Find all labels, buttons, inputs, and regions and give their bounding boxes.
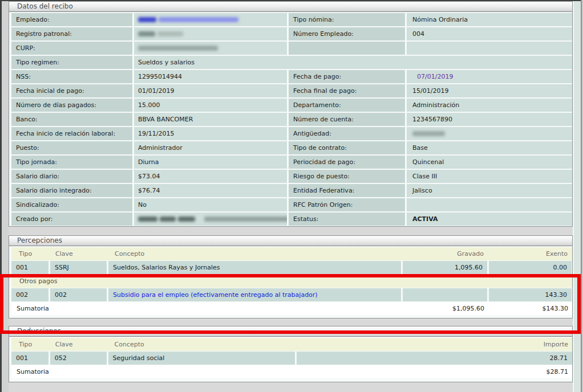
sumatoria-exento: $143.30: [489, 305, 572, 312]
field-label: CURP:: [11, 42, 132, 55]
field-label: Departamento:: [289, 99, 405, 112]
field-value[interactable]: 07/01/2019: [407, 70, 572, 83]
field-value-text: Jalisco: [412, 187, 432, 194]
field-label: Tipo jornada:: [11, 156, 132, 169]
field-row: Fecha inicial de pago:01/01/2019Fecha fi…: [11, 84, 572, 97]
field-value: Base: [407, 141, 572, 154]
column-header-clave: Clave: [50, 250, 108, 258]
field-label: Salario diario:: [11, 170, 132, 183]
field-label: Entidad Federativa:: [289, 184, 405, 197]
field-value-text: Base: [412, 144, 428, 152]
otros-exento-cell: 143.30: [489, 288, 572, 301]
column-header-clave: Clave: [50, 341, 108, 348]
redacted-value-blur: [138, 46, 218, 51]
deducciones-sumatoria-row: Sumatoria $28.71: [11, 365, 572, 378]
redacted-value-blur: [138, 17, 238, 22]
field-value: [134, 27, 287, 40]
field-label: Empleado:: [11, 13, 132, 26]
field-label: RFC Patrón Origen:: [289, 198, 405, 211]
field-row: Salario diario:$73.04Riesgo de puesto:Cl…: [11, 170, 572, 183]
percepciones-section-header: Percepciones: [9, 236, 572, 246]
field-row: Creado por:1Estatus:ACTIVA: [11, 213, 572, 226]
field-value-text: 15/01/2019: [412, 87, 448, 95]
column-header-gravado: Gravado: [403, 250, 489, 258]
datos-section-header: Datos del recibo: [9, 2, 572, 12]
percepciones-table-header: Tipo Clave Concepto Gravado Exento: [11, 247, 572, 260]
fecha-de-pago-link[interactable]: 07/01/2019: [412, 73, 453, 80]
deducciones-section-title: Deducciones: [17, 327, 61, 335]
field-value: 15/01/2019: [407, 84, 572, 97]
otros-clave-cell: 002: [50, 288, 107, 301]
datos-del-recibo-panel: Datos del recibo Empleado:Tipo nómina:Nó…: [9, 1, 573, 227]
deduccion-tipo-cell: 001: [11, 352, 48, 365]
field-label: Estatus:: [289, 213, 405, 226]
field-label: Número de días pagados:: [11, 99, 132, 112]
sumatoria-label: Sumatoria: [11, 305, 125, 312]
field-value: 004: [407, 27, 572, 40]
field-value: $76.74: [134, 184, 287, 197]
field-label: Número de cuenta:: [289, 113, 405, 126]
field-value: Jalisco: [407, 184, 572, 197]
field-row: Tipo regimen:Sueldos y salarios: [11, 56, 572, 69]
field-value: 01/01/2019: [134, 84, 287, 97]
field-row: Empleado:Tipo nómina:Nómina Ordinaria: [11, 13, 572, 26]
field-value: [407, 42, 572, 55]
field-row: NSS:12995014944Fecha de pago:07/01/2019: [11, 70, 572, 83]
deduccion-row: 001 052 Seguridad social 28.71: [11, 352, 572, 365]
field-value: No: [134, 198, 287, 211]
field-value: Administración: [407, 99, 572, 112]
field-label: [289, 42, 405, 55]
field-value: Nómina Ordinaria: [407, 13, 572, 26]
percepcion-row: 001 SSRJ Sueldos, Salarios Rayas y Jorna…: [11, 261, 572, 274]
otros-pagos-subheader: Otros pagos: [11, 275, 572, 288]
field-row: Salario diario integrado:$76.74Entidad F…: [11, 184, 572, 197]
field-label: Número Empleado:: [289, 27, 405, 40]
deduccion-clave-cell: 052: [50, 352, 107, 365]
sumatoria-importe: $28.71: [295, 368, 572, 375]
field-value: 12995014944: [134, 70, 287, 83]
percepcion-concepto-cell: Sueldos, Salarios Rayas y Jornales: [108, 261, 401, 274]
field-label: Salario diario integrado:: [11, 184, 132, 197]
field-row: Fecha inicio de relación laboral:19/11/2…: [11, 127, 572, 140]
percepcion-exento-cell: 0.00: [489, 261, 572, 274]
field-label: Fecha inicio de relación laboral:: [11, 127, 132, 140]
deducciones-panel: Deducciones Tipo Clave Concepto Importe …: [9, 326, 573, 382]
sumatoria-label: Sumatoria: [11, 368, 125, 375]
field-label: Registro patronal:: [11, 27, 132, 40]
field-label: Sindicalizado:: [11, 198, 132, 211]
deduccion-importe-cell: 28.71: [297, 352, 572, 365]
field-value: Quincenal: [407, 156, 572, 169]
redacted-value-blur: [138, 217, 287, 222]
field-value[interactable]: [134, 13, 287, 26]
column-header-tipo: Tipo: [11, 341, 50, 348]
percepciones-section-title: Percepciones: [17, 236, 62, 244]
deducciones-table-header: Tipo Clave Concepto Importe: [11, 338, 572, 351]
field-label: Fecha final de pago:: [289, 84, 405, 97]
redacted-value-blur: [138, 31, 183, 36]
left-gutter: [2, 1, 9, 392]
field-value-text: ACTIVA: [412, 215, 438, 223]
redacted-value-blur: [412, 131, 445, 136]
field-label: Tipo regimen:: [11, 56, 132, 69]
field-value: 15.000: [134, 99, 287, 112]
field-label: Riesgo de puesto:: [289, 170, 405, 183]
column-header-tipo: Tipo: [11, 250, 50, 258]
field-row: Sindicalizado:NoRFC Patrón Origen:: [11, 198, 572, 211]
column-header-concepto: Concepto: [108, 250, 403, 258]
otros-pagos-title: Otros pagos: [11, 277, 57, 285]
percepciones-sumatoria-row: Sumatoria $1,095.60 $143.30: [11, 302, 572, 315]
otros-gravado-cell: [403, 288, 487, 301]
percepciones-panel: Percepciones Tipo Clave Concepto Gravado…: [9, 235, 573, 318]
field-label: NSS:: [11, 70, 132, 83]
field-label: Fecha de pago:: [289, 70, 405, 83]
field-value-text: Nómina Ordinaria: [412, 16, 468, 23]
field-label: Puesto:: [11, 141, 132, 154]
field-value: BBVA BANCOMER: [134, 113, 287, 126]
subsidio-empleo-link[interactable]: Subsidio para el empleo (efectivamente e…: [113, 291, 318, 299]
field-label: Antigüedad:: [289, 127, 405, 140]
otros-concepto-link[interactable]: Subsidio para el empleo (efectivamente e…: [108, 288, 401, 301]
field-value: $73.04: [134, 170, 287, 183]
field-value-text: 004: [412, 30, 424, 38]
field-label: Periocidad de pago:: [289, 156, 405, 169]
field-value-text: Administración: [412, 101, 459, 109]
